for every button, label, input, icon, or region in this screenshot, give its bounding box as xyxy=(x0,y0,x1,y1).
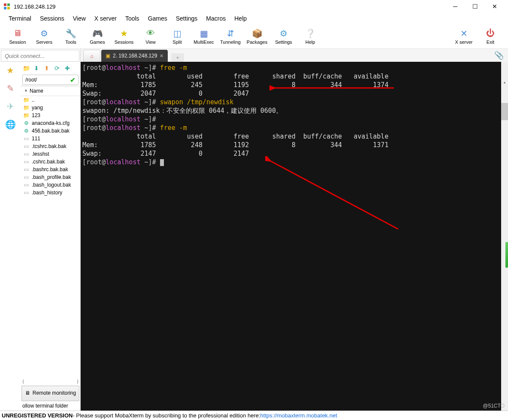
file-name: anaconda-ks.cfg xyxy=(32,120,70,126)
tab-home[interactable]: ⌂ xyxy=(83,50,100,62)
sort-icon: ▲ xyxy=(24,88,28,94)
tool-label: MultiExec xyxy=(194,39,214,45)
menu-terminal[interactable]: Terminal xyxy=(4,13,36,24)
remote-monitoring-button[interactable]: 🖥 Remote monitoring xyxy=(21,386,79,401)
config-icon: ⚙ xyxy=(23,120,29,126)
tool-packages[interactable]: 📦Packages xyxy=(244,24,270,48)
tool-games[interactable]: 🎮Games xyxy=(84,24,111,48)
settings-icon: ⚙ xyxy=(278,28,290,39)
config-icon: ⚙ xyxy=(23,128,29,134)
terminal-icon: ▣ xyxy=(106,53,110,59)
tool-label: Help xyxy=(305,39,315,45)
tool-multiexec[interactable]: ▦MultiExec xyxy=(190,24,217,48)
menu-settings[interactable]: Settings xyxy=(172,13,202,24)
terminal-output: [root@localhost ~]# free -m total used f… xyxy=(82,63,506,166)
paperclip-icon[interactable]: 📎 xyxy=(494,51,504,60)
file-name: .bash_logout.bak xyxy=(32,182,71,188)
close-button[interactable]: ✕ xyxy=(485,0,505,13)
tool-x-server[interactable]: ✕X server xyxy=(451,24,477,48)
menu-games[interactable]: Games xyxy=(144,13,172,24)
app-icon xyxy=(3,3,10,10)
menu-help[interactable]: Help xyxy=(230,13,251,24)
maximize-button[interactable]: ☐ xyxy=(465,0,485,13)
terminal-scrollbar[interactable]: ▴ xyxy=(501,62,508,411)
exit-icon: ⏻ xyxy=(484,28,496,39)
home-icon: ⌂ xyxy=(90,53,93,59)
tool-label: Exit xyxy=(487,39,494,45)
svg-rect-0 xyxy=(4,3,6,6)
file-icon: ▭ xyxy=(23,159,29,165)
send-icon[interactable]: ✈ xyxy=(5,101,15,112)
refresh-icon[interactable]: ⟳ xyxy=(53,64,61,72)
window-controls: ─ ☐ ✕ xyxy=(445,0,505,13)
file-item[interactable]: ▭.bashrc.bak.bak xyxy=(21,166,80,173)
terminal[interactable]: [root@localhost ~]# free -m total used f… xyxy=(81,62,508,411)
window-title: 192.168.248.129 xyxy=(14,3,445,10)
tab-new[interactable]: ＋ xyxy=(171,53,184,62)
follow-terminal-option[interactable]: ollow terminal folder xyxy=(21,402,80,411)
tool-label: X server xyxy=(455,39,473,45)
file-item[interactable]: ▭.tcshrc.bak.bak xyxy=(21,142,80,150)
tool-split[interactable]: ◫Split xyxy=(164,24,190,48)
scrollbar-thumb[interactable] xyxy=(501,103,508,120)
file-header[interactable]: ▲ Name xyxy=(21,86,80,96)
tool-view[interactable]: 👁View xyxy=(137,24,164,48)
file-item[interactable]: 📁yang xyxy=(21,104,80,112)
tool-session[interactable]: 🖥Session xyxy=(4,24,31,48)
status-version: UNREGISTERED VERSION xyxy=(2,412,73,419)
folder-icon: 📁 xyxy=(23,97,29,103)
tool-label: Games xyxy=(90,39,105,45)
tool-sessions[interactable]: ★Sessions xyxy=(111,24,137,48)
globe-icon[interactable]: 🌐 xyxy=(5,119,15,130)
file-item[interactable]: 📁123 xyxy=(21,112,80,119)
upload-icon[interactable]: ⬆ xyxy=(43,64,51,72)
tab-active[interactable]: ▣ 2. 192.168.248.129 × xyxy=(101,50,168,62)
tool-help[interactable]: ❔Help xyxy=(297,24,324,48)
minimize-button[interactable]: ─ xyxy=(445,0,465,13)
tab-label: 2. 192.168.248.129 xyxy=(113,53,157,59)
file-item[interactable]: ⚙anaconda-ks.cfg xyxy=(21,119,80,127)
view-icon: 👁 xyxy=(145,28,157,39)
tool-settings[interactable]: ⚙Settings xyxy=(270,24,297,48)
menu-macros[interactable]: Macros xyxy=(202,13,230,24)
file-item[interactable]: 📁.. xyxy=(21,96,80,104)
monitor-icon: 🖥 xyxy=(25,390,30,396)
scroll-up-icon[interactable]: ▴ xyxy=(501,79,508,86)
menu-tools[interactable]: Tools xyxy=(121,13,144,24)
folder-icon[interactable]: 📁 xyxy=(22,64,30,72)
left-panel: ★ ✎ ✈ 🌐 📁 ⬇ ⬆ ⟳ ✚ /root/ ✔ xyxy=(0,49,81,411)
file-item[interactable]: ▭.cshrc.bak.bak xyxy=(21,158,80,166)
favorite-icon[interactable]: ★ xyxy=(5,65,15,76)
status-link[interactable]: https://mobaxterm.mobatek.net xyxy=(260,412,337,419)
menu-x-server[interactable]: X server xyxy=(90,13,121,24)
quick-connect-input[interactable] xyxy=(1,50,79,62)
games-icon: 🎮 xyxy=(91,28,103,39)
path-bar[interactable]: /root/ ✔ xyxy=(22,75,79,85)
sessions-icon[interactable]: ✎ xyxy=(5,83,15,94)
path-ok-icon: ✔ xyxy=(70,76,76,84)
tool-tunneling[interactable]: ⇵Tunneling xyxy=(217,24,244,48)
file-item[interactable]: ▭.bash_profile.bak xyxy=(21,173,80,181)
tool-servers[interactable]: ⚙Servers xyxy=(31,24,57,48)
menu-view[interactable]: View xyxy=(69,13,90,24)
tab-close-icon[interactable]: × xyxy=(160,52,163,59)
file-item[interactable]: ▭.lesshst xyxy=(21,150,80,158)
file-list[interactable]: ▲ Name 📁..📁yang📁123⚙anaconda-ks.cfg⚙456.… xyxy=(21,86,80,378)
file-item[interactable]: ▭111 xyxy=(21,135,80,142)
file-toolbar: 📁 ⬇ ⬆ ⟳ ✚ xyxy=(21,63,80,74)
file-item[interactable]: ▭.bash_logout.bak xyxy=(21,181,80,189)
sessions-icon: ★ xyxy=(118,28,130,39)
file-panel: 📁 ⬇ ⬆ ⟳ ✚ /root/ ✔ ▲ Name 📁..📁yang📁123⚙a… xyxy=(21,63,80,411)
activity-indicator xyxy=(505,242,508,268)
tool-exit[interactable]: ⏻Exit xyxy=(477,24,504,48)
horizontal-scrollbar[interactable]: ⟨⟩ xyxy=(21,378,80,385)
menu-sessions[interactable]: Sessions xyxy=(36,13,69,24)
tool-label: Session xyxy=(9,39,26,45)
file-item[interactable]: ▭.bash_history xyxy=(21,189,80,196)
download-icon[interactable]: ⬇ xyxy=(33,64,40,72)
tool-tools[interactable]: 🔧Tools xyxy=(57,24,84,48)
file-name: .lesshst xyxy=(32,151,49,157)
new-folder-icon[interactable]: ✚ xyxy=(64,64,71,72)
file-item[interactable]: ⚙456.bak.bak.bak xyxy=(21,127,80,135)
help-icon: ❔ xyxy=(304,28,316,39)
